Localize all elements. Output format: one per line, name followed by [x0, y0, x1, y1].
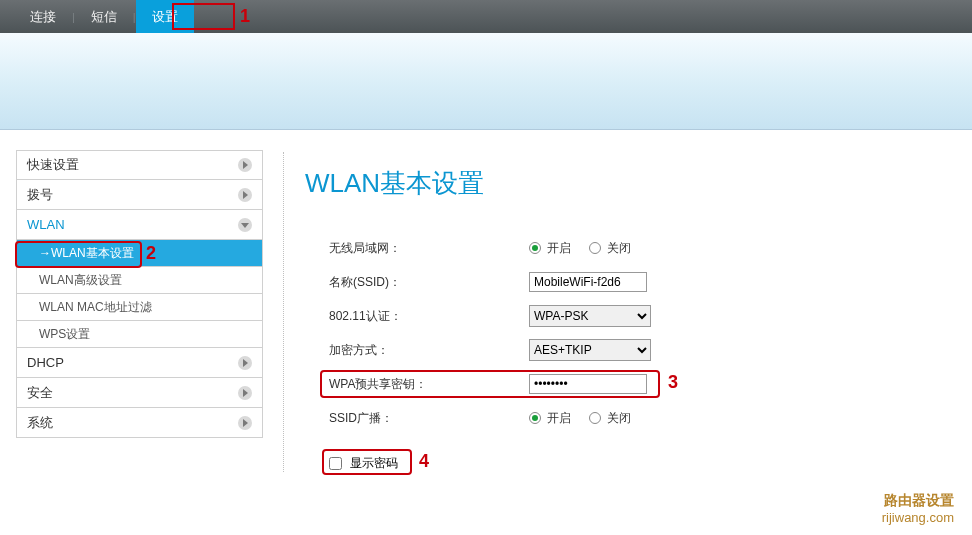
label-show-password: 显示密码: [350, 455, 398, 472]
radio-label: 关闭: [607, 240, 631, 257]
label-ssid: 名称(SSID)：: [305, 274, 529, 291]
ssid-input[interactable]: [529, 272, 647, 292]
watermark: 路由器设置 rijiwang.com: [882, 491, 954, 527]
sidebar-cat-security[interactable]: 安全: [16, 378, 263, 408]
sidebar-label: 快速设置: [27, 156, 79, 174]
auth-select[interactable]: WPA-PSK: [529, 305, 651, 327]
watermark-line1: 路由器设置: [882, 491, 954, 509]
sidebar-label: 安全: [27, 384, 53, 402]
radio-label: 开启: [547, 240, 571, 257]
main-panel: WLAN基本设置 无线局域网： 开启 关闭 名称(SSID)： 802.11认证…: [263, 150, 972, 472]
label-psk: WPA预共享密钥：: [305, 376, 529, 393]
chevron-right-icon: [238, 188, 252, 202]
header-banner: [0, 33, 972, 130]
show-password-checkbox[interactable]: [329, 457, 342, 470]
row-encrypt: 加密方式： AES+TKIP: [305, 333, 972, 367]
row-wlan-enable: 无线局域网： 开启 关闭: [305, 231, 972, 265]
divider-line: [283, 152, 284, 472]
row-auth: 802.11认证： WPA-PSK: [305, 299, 972, 333]
chevron-right-icon: [238, 386, 252, 400]
label-encrypt: 加密方式：: [305, 342, 529, 359]
sidebar-cat-dhcp[interactable]: DHCP: [16, 348, 263, 378]
sidebar-label: WLAN: [27, 217, 65, 232]
top-nav: 连接 | 短信 | 设置: [0, 0, 972, 33]
sidebar: 快速设置 拨号 WLAN →WLAN基本设置 WLAN高级设置 WLAN MAC…: [16, 150, 263, 472]
sidebar-label: 拨号: [27, 186, 53, 204]
nav-sms[interactable]: 短信: [75, 0, 133, 33]
sidebar-cat-quicksetup[interactable]: 快速设置: [16, 150, 263, 180]
sidebar-cat-system[interactable]: 系统: [16, 408, 263, 438]
row-psk: WPA预共享密钥： 3: [305, 367, 972, 401]
sidebar-label: 系统: [27, 414, 53, 432]
content-area: 快速设置 拨号 WLAN →WLAN基本设置 WLAN高级设置 WLAN MAC…: [0, 130, 972, 472]
sidebar-item-wlan-advanced[interactable]: WLAN高级设置: [16, 267, 263, 294]
chevron-right-icon: [238, 356, 252, 370]
radio-wlan-off[interactable]: 关闭: [589, 240, 631, 257]
annotation-number-1: 1: [240, 6, 250, 27]
label-auth: 802.11认证：: [305, 308, 529, 325]
sidebar-cat-wlan[interactable]: WLAN: [16, 210, 263, 240]
row-ssid: 名称(SSID)：: [305, 265, 972, 299]
sidebar-label: DHCP: [27, 355, 64, 370]
radio-wlan-on[interactable]: 开启: [529, 240, 571, 257]
sidebar-item-wlan-basic[interactable]: →WLAN基本设置: [16, 240, 263, 267]
chevron-right-icon: [238, 416, 252, 430]
page-title: WLAN基本设置: [305, 166, 972, 201]
encrypt-select[interactable]: AES+TKIP: [529, 339, 651, 361]
radio-label: 开启: [547, 410, 571, 427]
chevron-down-icon: [238, 218, 252, 232]
label-broadcast: SSID广播：: [305, 410, 529, 427]
psk-input[interactable]: [529, 374, 647, 394]
row-broadcast: SSID广播： 开启 关闭: [305, 401, 972, 435]
watermark-url: rijiwang.com: [882, 509, 954, 527]
annotation-number-3: 3: [668, 372, 678, 393]
sidebar-cat-dial[interactable]: 拨号: [16, 180, 263, 210]
nav-settings[interactable]: 设置: [136, 0, 194, 33]
row-show-password: 显示密码 4: [329, 455, 972, 472]
sidebar-item-wps[interactable]: WPS设置: [16, 321, 263, 348]
label-wlan-enable: 无线局域网：: [305, 240, 529, 257]
annotation-number-4: 4: [419, 451, 429, 472]
annotation-number-2: 2: [146, 243, 156, 264]
radio-broadcast-on[interactable]: 开启: [529, 410, 571, 427]
sidebar-item-label: WLAN基本设置: [51, 245, 134, 262]
radio-broadcast-off[interactable]: 关闭: [589, 410, 631, 427]
radio-label: 关闭: [607, 410, 631, 427]
nav-connect[interactable]: 连接: [14, 0, 72, 33]
sidebar-item-wlan-mac[interactable]: WLAN MAC地址过滤: [16, 294, 263, 321]
chevron-right-icon: [238, 158, 252, 172]
